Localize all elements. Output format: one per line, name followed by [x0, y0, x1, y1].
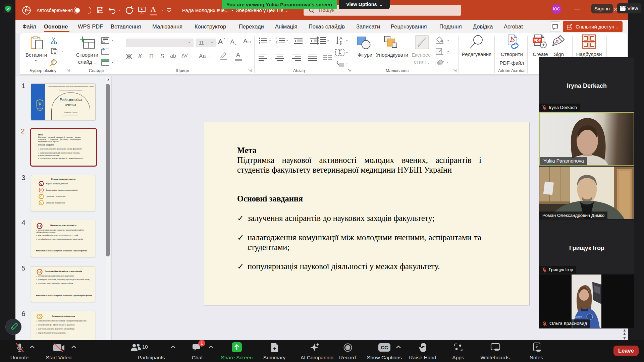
svg-text:1: 1	[276, 37, 277, 40]
svg-text:2: 2	[276, 40, 277, 42]
svg-text:СИНТЕЗ: СИНТЕЗ	[573, 316, 582, 318]
svg-text:3: 3	[276, 42, 277, 44]
svg-text:PDF: PDF	[534, 39, 541, 43]
svg-text:A: A	[339, 36, 342, 41]
svg-text:НУБіП: НУБіП	[38, 108, 42, 109]
